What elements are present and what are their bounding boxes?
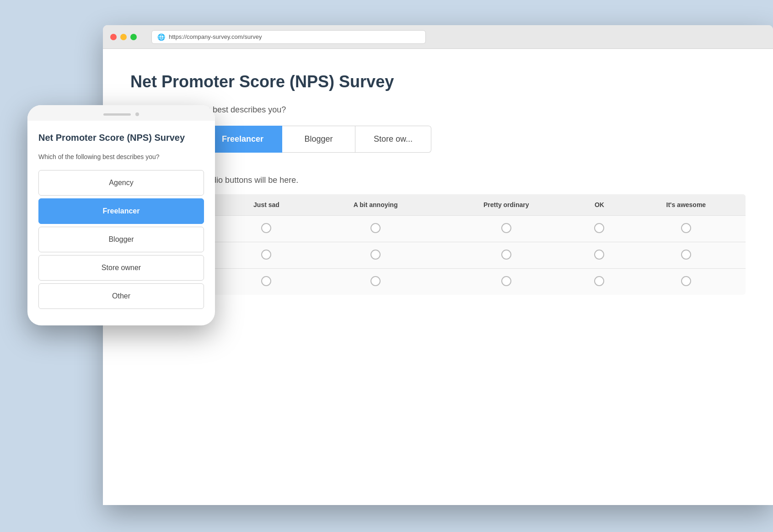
choice-buttons-group: Agency Freelancer Blogger Store ow... (130, 126, 746, 153)
radio-button[interactable] (501, 223, 511, 233)
url-text: https://company-survey.com/survey (169, 33, 262, 40)
phone-survey-title: Net Promoter Score (NPS) Survey (38, 132, 204, 144)
survey-title: Net Promoter Score (NPS) Survey (130, 72, 746, 91)
radio-bv-2[interactable] (311, 242, 440, 269)
radio-ui-3[interactable] (440, 216, 572, 242)
phone-survey-question: Which of the following best describes yo… (38, 153, 204, 162)
phone-choice-store-owner[interactable]: Store owner (38, 255, 204, 281)
radio-ui-1[interactable] (222, 216, 311, 242)
radio-bv-5[interactable] (627, 242, 746, 269)
radio-button[interactable] (594, 223, 604, 233)
table-row: Business value (130, 242, 746, 269)
radio-ui-2[interactable] (311, 216, 440, 242)
globe-icon: 🌐 (157, 33, 165, 41)
col-header-just-sad: Just sad (222, 194, 311, 216)
phone-choice-blogger[interactable]: Blogger (38, 227, 204, 252)
radio-cc-1[interactable] (222, 269, 311, 295)
radio-button[interactable] (501, 276, 511, 286)
radio-ui-5[interactable] (627, 216, 746, 242)
radio-bv-1[interactable] (222, 242, 311, 269)
table-row: Customer care (130, 269, 746, 295)
radio-bv-3[interactable] (440, 242, 572, 269)
radio-button[interactable] (681, 276, 691, 286)
phone-content: Net Promoter Score (NPS) Survey Which of… (27, 121, 215, 316)
radio-button[interactable] (370, 250, 381, 260)
radio-bv-4[interactable] (572, 242, 627, 269)
radio-table: Just sad A bit annoying Pretty ordinary … (130, 194, 746, 295)
minimize-button[interactable] (120, 34, 127, 40)
col-header-ok: OK (572, 194, 627, 216)
phone-overlay: Net Promoter Score (NPS) Survey Which of… (27, 105, 215, 325)
survey-question-1: Which of the following best describes yo… (130, 105, 746, 115)
radio-ui-4[interactable] (572, 216, 627, 242)
radio-cc-5[interactable] (627, 269, 746, 295)
survey-question-2: Some question with radio buttons will be… (130, 176, 746, 185)
phone-camera (135, 112, 139, 116)
phone-choice-agency[interactable]: Agency (38, 170, 204, 196)
phone-choice-other[interactable]: Other (38, 283, 204, 309)
radio-button[interactable] (681, 250, 691, 260)
col-header-bit-annoying: A bit annoying (311, 194, 440, 216)
radio-button[interactable] (594, 250, 604, 260)
choice-freelancer[interactable]: Freelancer (204, 126, 282, 153)
radio-button[interactable] (370, 223, 381, 233)
choice-blogger[interactable]: Blogger (282, 126, 355, 153)
traffic-lights (110, 34, 137, 40)
radio-cc-3[interactable] (440, 269, 572, 295)
choice-store-owner[interactable]: Store ow... (355, 126, 431, 153)
radio-button[interactable] (370, 276, 381, 286)
browser-titlebar: 🌐 https://company-survey.com/survey (103, 25, 773, 49)
radio-button[interactable] (261, 223, 271, 233)
radio-cc-4[interactable] (572, 269, 627, 295)
phone-notch (103, 113, 131, 116)
close-button[interactable] (110, 34, 117, 40)
phone-top-bar (27, 105, 215, 121)
phone-choice-freelancer[interactable]: Freelancer (38, 198, 204, 224)
radio-button[interactable] (594, 276, 604, 286)
table-header-row: Just sad A bit annoying Pretty ordinary … (130, 194, 746, 216)
col-header-pretty-ordinary: Pretty ordinary (440, 194, 572, 216)
maximize-button[interactable] (130, 34, 137, 40)
radio-button[interactable] (261, 250, 271, 260)
table-row: User interface (130, 216, 746, 242)
radio-cc-2[interactable] (311, 269, 440, 295)
radio-button[interactable] (501, 250, 511, 260)
col-header-awesome: It's awesome (627, 194, 746, 216)
radio-button[interactable] (681, 223, 691, 233)
radio-button[interactable] (261, 276, 271, 286)
address-bar[interactable]: 🌐 https://company-survey.com/survey (151, 30, 426, 44)
